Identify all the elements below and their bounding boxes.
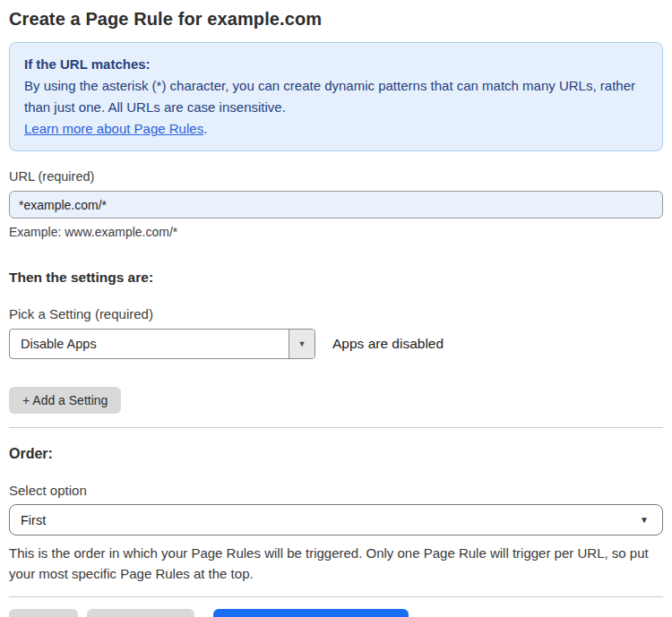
save-and-deploy-button[interactable]: Save and Deploy Page Rule [213, 609, 409, 617]
cancel-button[interactable]: Cancel [9, 609, 78, 617]
setting-select-arrow-button[interactable]: ▼ [289, 330, 314, 358]
info-box-heading: If the URL matches: [24, 54, 648, 75]
info-box-link-line: Learn more about Page Rules. [24, 118, 648, 140]
actions-divider [9, 596, 663, 597]
order-select-value: First [21, 513, 46, 527]
section-divider [9, 427, 663, 428]
actions-row: Cancel Save as Draft Save and Deploy Pag… [9, 609, 663, 617]
order-helper-text: This is the order in which your Page Rul… [9, 543, 663, 584]
order-section-heading: Order: [9, 446, 663, 462]
order-select-label: Select option [9, 483, 663, 498]
chevron-down-icon: ▼ [640, 515, 649, 525]
add-setting-button[interactable]: + Add a Setting [9, 387, 121, 414]
url-input[interactable] [9, 191, 663, 219]
url-match-info-box: If the URL matches: By using the asteris… [9, 42, 663, 151]
order-select[interactable]: First ▼ [9, 504, 663, 536]
info-box-body: By using the asterisk (*) character, you… [24, 75, 648, 118]
learn-more-link[interactable]: Learn more about Page Rules [24, 121, 203, 136]
pick-setting-label: Pick a Setting (required) [9, 306, 663, 321]
setting-select[interactable]: Disable Apps ▼ [9, 329, 315, 359]
save-as-draft-button[interactable]: Save as Draft [87, 609, 194, 617]
settings-section-heading: Then the settings are: [9, 270, 663, 286]
chevron-down-icon: ▼ [298, 339, 306, 348]
setting-row: Disable Apps ▼ Apps are disabled [9, 329, 663, 359]
setting-status-text: Apps are disabled [332, 336, 444, 352]
url-example-helper: Example: www.example.com/* [9, 225, 663, 239]
url-field-label: URL (required) [9, 169, 663, 184]
page-title: Create a Page Rule for example.com [9, 9, 663, 30]
setting-select-value: Disable Apps [10, 330, 289, 358]
link-suffix: . [203, 121, 207, 136]
